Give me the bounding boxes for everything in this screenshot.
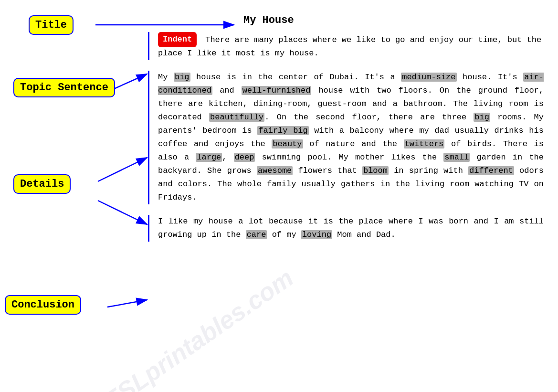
svg-line-3 [98, 158, 147, 181]
word-awesome: awesome [257, 166, 293, 175]
conclusion-paragraph: I like my house a lot because it is the … [158, 215, 544, 242]
page: Title Topic Sentence Details Conclusion … [0, 0, 558, 392]
indent-label: Indent [158, 32, 197, 47]
word-deep: deep [234, 153, 255, 162]
svg-line-2 [110, 74, 147, 91]
conclusion-label: Conclusion [5, 295, 81, 315]
svg-line-4 [98, 201, 147, 224]
word-beautifully: beautifully [209, 113, 264, 122]
content-area: My House IndentThere are many places whe… [148, 14, 544, 250]
conclusion-text: I like my house a lot because it is the … [158, 217, 544, 239]
word-care: care [246, 230, 267, 239]
word-big: big [174, 73, 190, 82]
word-loving: loving [301, 230, 332, 239]
word-fairly-big: fairly big [257, 126, 308, 135]
details-label: Details [13, 174, 71, 194]
topic-paragraph: IndentThere are many places where we lik… [158, 32, 544, 60]
svg-line-5 [107, 300, 147, 307]
word-twitters: twitters [404, 139, 445, 148]
word-different: different [468, 166, 514, 175]
topic-sentence-label: Topic Sentence [13, 78, 115, 97]
word-air-conditioned: air-conditioned [158, 73, 544, 95]
details-section: My big house is in the center of Dubai. … [148, 71, 544, 204]
word-small: small [443, 153, 470, 162]
word-beauty: beauty [272, 139, 303, 148]
topic-section: IndentThere are many places where we lik… [148, 32, 544, 60]
title-text: My House [148, 14, 544, 26]
word-large: large [196, 153, 222, 162]
details-paragraph: My big house is in the center of Dubai. … [158, 71, 544, 204]
topic-text: There are many places where we like to g… [158, 35, 541, 58]
word-bloom: bloom [362, 166, 389, 175]
word-big2: big [474, 113, 490, 122]
watermark: ESLprintables.com [98, 263, 298, 392]
details-text: My big house is in the center of Dubai. … [158, 73, 544, 202]
word-medium-size: medium-size [401, 73, 456, 82]
word-well-furnished: well-furnished [242, 86, 312, 95]
title-label: Title [29, 15, 74, 35]
conclusion-section: I like my house a lot because it is the … [148, 215, 544, 242]
